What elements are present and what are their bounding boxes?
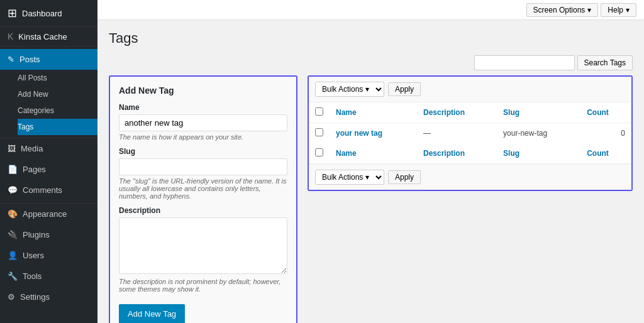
tags-label: Tags [18, 123, 33, 131]
slug-field-group: Slug The "slug" is the URL-friendly vers… [119, 147, 287, 200]
description-field-group: Description The description is not promi… [119, 206, 287, 293]
row-name-cell: your new tag [330, 123, 417, 144]
tags-table-area: Bulk Actions ▾ Apply Name [308, 75, 633, 191]
footer-checkbox-col [309, 143, 330, 164]
sidebar-item-users[interactable]: 👤 Users [0, 245, 97, 266]
all-posts-label: All Posts [18, 74, 47, 82]
header-name: Name [330, 102, 417, 123]
sidebar-item-pages[interactable]: 📄 Pages [0, 159, 97, 180]
apply-button-bottom[interactable]: Apply [388, 170, 421, 184]
categories-label: Categories [18, 106, 54, 115]
select-all-checkbox[interactable] [315, 107, 323, 116]
add-new-tag-box: Add New Tag Name The name is how it appe… [109, 75, 297, 323]
sidebar-item-settings[interactable]: ⚙ Settings [0, 287, 97, 307]
desc-textarea[interactable] [119, 217, 287, 274]
sidebar-item-add-new[interactable]: Add New [18, 86, 97, 102]
sidebar-item-comments[interactable]: 💬 Comments [0, 180, 97, 200]
select-all-checkbox-bottom[interactable] [315, 148, 323, 156]
header-name-label: Name [336, 108, 357, 117]
plugins-label: Plugins [23, 230, 50, 239]
screen-options-button[interactable]: Screen Options ▾ [526, 3, 599, 17]
help-chevron-icon: ▾ [626, 6, 630, 14]
screen-options-chevron-icon: ▾ [587, 6, 591, 14]
add-tag-title: Add New Tag [119, 85, 287, 96]
name-input[interactable] [119, 114, 287, 131]
settings-label: Settings [20, 292, 50, 302]
apply-button-top[interactable]: Apply [388, 82, 421, 96]
content-area: Tags Search Tags Add New Tag Name The na… [97, 20, 644, 323]
kinsta-icon: K [8, 31, 13, 41]
sidebar-item-all-posts[interactable]: All Posts [18, 70, 97, 86]
row-count-cell: 0 [580, 123, 631, 144]
table-row: your new tag — your-new-tag 0 [309, 123, 631, 144]
screen-options-label: Screen Options [533, 6, 586, 14]
search-tags-label: Search Tags [584, 58, 626, 67]
help-button[interactable]: Help ▾ [601, 3, 636, 17]
table-toolbar-bottom: Bulk Actions ▾ Apply [309, 164, 631, 190]
appearance-label: Appearance [23, 209, 67, 219]
header-count: Count [580, 102, 631, 123]
users-label: Users [23, 251, 44, 260]
search-tags-input[interactable] [474, 55, 575, 70]
slug-label: Slug [119, 147, 287, 156]
header-description: Description [417, 102, 497, 123]
bulk-actions-select-top[interactable]: Bulk Actions ▾ [315, 82, 384, 97]
footer-name: Name [330, 143, 417, 164]
bulk-actions-select-bottom[interactable]: Bulk Actions ▾ [315, 170, 384, 185]
media-icon: 🖼 [8, 144, 16, 153]
users-icon: 👤 [8, 251, 18, 260]
header-slug: Slug [497, 102, 580, 123]
desc-label: Description [119, 206, 287, 215]
sidebar: ⊞ Dashboard K Kinsta Cache ✎ Posts All P… [0, 0, 97, 323]
posts-submenu: All Posts Add New Categories Tags [0, 70, 97, 135]
posts-label: Posts [19, 55, 40, 64]
plugins-icon: 🔌 [8, 230, 18, 239]
kinsta-label: Kinsta Cache [18, 32, 67, 41]
desc-hint: The description is not prominent by defa… [119, 278, 287, 293]
row-desc-cell: — [417, 123, 497, 144]
sidebar-item-tools[interactable]: 🔧 Tools [0, 266, 97, 287]
sidebar-item-categories[interactable]: Categories [18, 102, 97, 119]
name-hint: The name is how it appears on your site. [119, 133, 287, 141]
header-description-label: Description [423, 108, 465, 117]
add-tag-btn-label: Add New Tag [128, 309, 176, 319]
sidebar-section-appearance: 🎨 Appearance [0, 203, 97, 224]
sidebar-item-tags[interactable]: Tags [18, 119, 97, 135]
header-slug-label: Slug [503, 108, 519, 117]
kinsta-cache-link[interactable]: K Kinsta Cache [0, 27, 97, 47]
wp-icon: ⊞ [8, 6, 17, 20]
tools-icon: 🔧 [8, 271, 18, 281]
row-checkbox[interactable] [315, 128, 323, 136]
tags-table: Name Description Slug Count [309, 102, 631, 164]
add-new-tag-button[interactable]: Add New Tag [119, 304, 185, 323]
comments-icon: 💬 [8, 185, 18, 195]
slug-input[interactable] [119, 158, 287, 175]
sidebar-item-appearance[interactable]: 🎨 Appearance [0, 204, 97, 224]
row-checkbox-cell [309, 123, 330, 144]
pages-label: Pages [23, 165, 46, 174]
dashboard-link[interactable]: ⊞ Dashboard [0, 0, 97, 27]
tag-name-link[interactable]: your new tag [336, 129, 382, 138]
content-grid: Add New Tag Name The name is how it appe… [109, 75, 633, 323]
main-area: Screen Options ▾ Help ▾ Tags Search Tags… [97, 0, 644, 323]
apply-label-top: Apply [395, 85, 414, 94]
dashboard-label: Dashboard [22, 9, 62, 18]
slug-hint: The "slug" is the URL-friendly version o… [119, 177, 287, 200]
topbar: Screen Options ▾ Help ▾ [97, 0, 644, 20]
sidebar-item-posts[interactable]: ✎ Posts [0, 49, 97, 70]
add-new-label: Add New [18, 90, 48, 99]
sidebar-item-plugins[interactable]: 🔌 Plugins [0, 224, 97, 245]
pages-icon: 📄 [8, 165, 18, 174]
search-tags-button[interactable]: Search Tags [577, 55, 633, 70]
footer-count: Count [580, 143, 631, 164]
appearance-icon: 🎨 [8, 209, 18, 219]
table-footer-row: Name Description Slug Count [309, 143, 631, 164]
row-slug-cell: your-new-tag [497, 123, 580, 144]
apply-label-bottom: Apply [395, 173, 414, 182]
posts-icon: ✎ [8, 55, 14, 64]
sidebar-item-media[interactable]: 🖼 Media [0, 138, 97, 159]
footer-description: Description [417, 143, 497, 164]
header-count-label: Count [587, 108, 609, 117]
sidebar-section-media: 🖼 Media [0, 138, 97, 159]
media-label: Media [21, 144, 43, 153]
